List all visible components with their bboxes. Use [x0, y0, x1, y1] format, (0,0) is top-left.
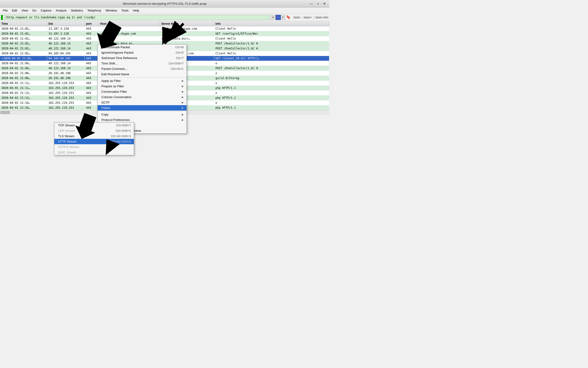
cell-port: 443 — [85, 76, 99, 81]
cell-dst: 20.191.48.196 — [47, 76, 85, 81]
col-header-host[interactable]: Host — [99, 21, 160, 26]
menu-help[interactable]: Help — [131, 8, 141, 13]
cell-port: 443 — [85, 86, 99, 90]
ctx-prepare-filter-label: Prepare as Filter — [101, 84, 124, 88]
cell-time: 2020-04-01 21:13… — [0, 96, 47, 100]
cell-port: 443 — [85, 71, 99, 75]
minimize-button[interactable]: — — [308, 1, 315, 6]
cell-info: o — [214, 61, 329, 66]
ctx-sctp-label: SCTP — [101, 101, 110, 104]
profile-basic-plus[interactable]: basic+ — [304, 16, 312, 19]
sub-http-label: HTTP Stream — [58, 140, 77, 143]
ctx-edit-resolved-name[interactable]: Edit Resolved Name — [98, 72, 187, 77]
col-header-time[interactable]: Time — [0, 21, 47, 26]
menu-analyze[interactable]: Analyze — [54, 8, 68, 13]
cell-time: 2020-04-01 21:04… — [0, 66, 47, 71]
cell-time: 2020-04-01 21:02… — [0, 51, 47, 56]
cell-time: 2020-04-01 21:11… — [0, 81, 47, 85]
sub-http2-stream: HTTP/2 Stream — [54, 144, 134, 150]
profile-basic[interactable]: basic — [294, 16, 300, 19]
profile-separator1: | — [301, 16, 302, 19]
filter-clear-button[interactable]: ✕ — [271, 15, 276, 20]
menu-file[interactable]: File — [1, 8, 10, 13]
scroll-thumb[interactable] — [0, 111, 10, 114]
cell-dst: 162.255.119.253 — [47, 81, 85, 85]
cell-info: Client Hello — [214, 51, 329, 56]
filter-dropdown-button[interactable]: ▼ — [281, 15, 285, 20]
cell-info: gs/v2.0/Storag — [214, 76, 329, 81]
ctx-follow-arrow: ▶ — [182, 107, 184, 109]
sub-tcp-shortcut: Ctrl+Shift+T — [116, 124, 131, 127]
ctx-colorize-conversation[interactable]: Colorize Conversation ▶ — [98, 94, 187, 100]
cell-info: GET /invest_20.dll HTTP/1… — [214, 56, 329, 61]
cell-port: 443 — [85, 31, 99, 36]
menu-statistics[interactable]: Statistics — [69, 8, 85, 13]
ctx-time-shift[interactable]: Time Shift… Ctrl+Shift+T — [98, 61, 187, 66]
menu-capture[interactable]: Capture — [39, 8, 53, 13]
window-controls[interactable]: — + ✕ — [308, 0, 327, 7]
sub-http2-label: HTTP/2 Stream — [58, 145, 79, 149]
ctx-apply-as-filter[interactable]: Apply as Filter ▶ — [98, 78, 187, 83]
filter-profiles: basic | basic+ | basic+dns — [294, 16, 328, 19]
ctx-apply-filter-label: Apply as Filter — [101, 79, 121, 83]
cell-time: 2020-04-01 21:13… — [0, 91, 47, 95]
col-header-port[interactable]: port — [85, 21, 99, 26]
cell-port: 443 — [85, 56, 99, 61]
sub-quic-stream: QUIC Stream — [54, 150, 134, 155]
ctx-time-ref-label: Set/Unset Time Reference — [101, 56, 137, 60]
menu-edit[interactable]: Edit — [10, 8, 19, 13]
ctx-mark-unmark[interactable]: Mark/Unmark Packet Ctrl+M — [98, 45, 187, 50]
table-row[interactable]: 2020-04-01 21:02… 13.107.3.128 443 confi… — [0, 26, 329, 31]
filter-apply-button[interactable]: → — [276, 15, 281, 20]
sub-udp-label: UDP Stream — [58, 129, 75, 132]
col-header-dst[interactable]: Dst — [47, 21, 85, 26]
ctx-protocol-prefs[interactable]: Protocol Preferences ▶ — [98, 117, 187, 123]
menu-tools[interactable]: Tools — [119, 8, 130, 13]
menu-go[interactable]: Go — [30, 8, 38, 13]
sub-http-shortcut: Ctrl+Alt+Shift+H — [111, 140, 131, 143]
ctx-sctp[interactable]: SCTP ▶ — [98, 100, 187, 105]
maximize-button[interactable]: + — [315, 1, 321, 6]
ctx-prepare-as-filter[interactable]: Prepare as Filter ▶ — [98, 83, 187, 89]
ctx-follow[interactable]: Follow ▶ — [98, 105, 187, 110]
cell-port: 443 — [85, 51, 99, 56]
cell-dst: 13.107.3.128 — [47, 31, 85, 36]
cell-port: 443 — [85, 46, 99, 51]
cell-time: 2020-04-01 21:16… — [0, 101, 47, 105]
cell-info: o — [214, 91, 329, 95]
menu-view[interactable]: View — [19, 8, 30, 13]
cell-time: 2020-04-01 21:06… — [0, 76, 47, 81]
ctx-conversation-filter[interactable]: Conversation Filter ▶ — [98, 89, 187, 94]
filter-indicator — [1, 15, 3, 20]
ctx-ignore-label: Ignore/Unignore Packet — [101, 51, 134, 54]
cell-time: 2020-04-01 21:02… — [0, 46, 47, 51]
cell-info: GET /config/v2/Office/Wor — [214, 31, 329, 36]
menu-telephony[interactable]: Telephony — [85, 8, 103, 13]
table-row[interactable]: 2020-04-01 21:02… 40.122.160.14 443 self… — [0, 36, 329, 41]
cell-port: 443 — [85, 26, 99, 31]
close-button[interactable]: ✕ — [322, 1, 327, 6]
sub-tcp-stream[interactable]: TCP Stream Ctrl+Shift+T — [54, 123, 134, 128]
ctx-packet-comment[interactable]: Packet Comment… Ctrl+Alt+C — [98, 66, 187, 72]
filter-bookmark[interactable]: 🔖 — [286, 15, 292, 20]
cell-dst: 94.103.84.245 — [47, 51, 85, 56]
col-header-server-name[interactable]: Server Name — [160, 21, 214, 26]
cell-info: php HTTP/1.1 — [214, 105, 329, 110]
profile-basic-dns[interactable]: basic+dns — [316, 16, 328, 19]
col-header-info[interactable]: Info — [214, 21, 329, 26]
ctx-time-reference[interactable]: Set/Unset Time Reference Ctrl+T — [98, 55, 187, 61]
cell-port: 443 — [85, 96, 99, 100]
cell-time: 2020-04-01 21:11… — [0, 86, 47, 90]
sub-http-stream[interactable]: HTTP Stream Ctrl+Alt+Shift+H — [54, 139, 134, 144]
cell-dst: 162.255.119.253 — [47, 96, 85, 100]
filter-input[interactable] — [4, 15, 270, 20]
ctx-ignore-unignore[interactable]: Ignore/Unignore Packet Ctrl+D — [98, 50, 187, 55]
sub-tls-stream[interactable]: TLS Stream Ctrl+Alt+Shift+S — [54, 133, 134, 139]
menu-wireless[interactable]: Wireless — [103, 8, 119, 13]
ctx-copy[interactable]: Copy ▶ — [98, 112, 187, 117]
ctx-mark-unmark-shortcut: Ctrl+M — [175, 46, 184, 49]
cell-dst: 162.255.119.253 — [47, 86, 85, 90]
ctx-copy-arrow: ▶ — [182, 113, 184, 116]
table-row[interactable]: 2020-04-01 21:02… 13.107.3.128 443 confi… — [0, 31, 329, 36]
ctx-time-shift-label: Time Shift… — [101, 62, 118, 65]
